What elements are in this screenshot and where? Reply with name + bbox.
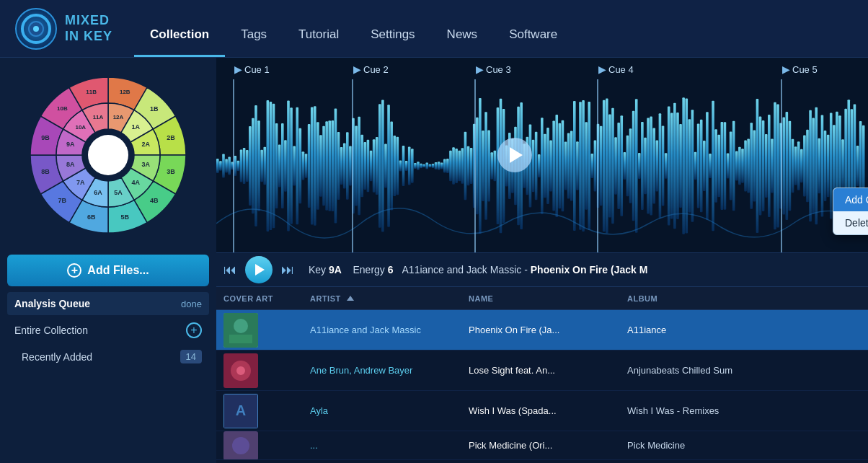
- cue-1-line: [233, 79, 234, 252]
- svg-rect-148: [567, 133, 570, 199]
- analysis-queue-label: Analysis Queue: [14, 298, 90, 309]
- svg-text:8A: 8A: [66, 161, 75, 168]
- add-files-button[interactable]: + Add Files...: [7, 255, 209, 286]
- svg-point-3: [33, 26, 39, 32]
- svg-rect-108: [449, 151, 452, 181]
- svg-rect-49: [275, 123, 278, 208]
- td-cover-0: [216, 313, 303, 348]
- svg-rect-135: [529, 125, 532, 208]
- svg-text:12A: 12A: [113, 114, 124, 120]
- table-row[interactable]: A Ayla Wish I Was (Spada... Wish I Was -…: [216, 391, 868, 431]
- svg-rect-63: [316, 122, 319, 210]
- cue-5-line: [781, 79, 782, 252]
- energy-label: Energy: [353, 264, 384, 275]
- th-album[interactable]: ALBUM: [620, 294, 779, 303]
- svg-rect-39: [246, 150, 249, 182]
- svg-text:1B: 1B: [150, 105, 159, 113]
- svg-rect-208: [744, 140, 747, 191]
- th-artist[interactable]: ARTIST: [303, 294, 461, 303]
- svg-rect-76: [355, 125, 358, 206]
- camelot-wheel[interactable]: 12B12A1B1A2B2A3B3A4B4A5B5A6B6A7B7A8B8A9B…: [22, 69, 195, 242]
- entire-collection-row[interactable]: Entire Collection +: [7, 317, 209, 344]
- svg-rect-197: [712, 101, 714, 231]
- waveform-area[interactable]: ▶Cue 1 ▶Cue 2 ▶Cue 3 ▶Cue 4 ▶Cue 5: [216, 58, 868, 252]
- cue-3-line: [474, 79, 476, 252]
- nav-software[interactable]: Software: [493, 0, 573, 57]
- recently-added-row[interactable]: Recently Added 14: [7, 344, 209, 369]
- svg-rect-232: [815, 107, 818, 224]
- nav-tutorial[interactable]: Tutorial: [283, 0, 355, 57]
- svg-rect-196: [709, 154, 712, 178]
- svg-rect-160: [603, 100, 606, 232]
- svg-rect-136: [532, 140, 535, 192]
- analysis-queue-row[interactable]: Analysis Queue done: [7, 292, 209, 315]
- svg-rect-212: [756, 99, 759, 233]
- svg-rect-174: [644, 138, 647, 195]
- th-name[interactable]: NAME: [461, 294, 620, 303]
- entire-collection-add-button[interactable]: +: [186, 322, 202, 338]
- svg-rect-85: [381, 100, 384, 232]
- svg-rect-107: [446, 159, 449, 173]
- svg-rect-80: [367, 140, 370, 193]
- context-menu-delete-cue[interactable]: Delete Cue 4: [833, 211, 868, 234]
- svg-rect-233: [818, 138, 821, 194]
- svg-rect-198: [714, 129, 717, 203]
- svg-rect-58: [302, 151, 305, 180]
- svg-rect-235: [824, 131, 827, 201]
- nav-tags[interactable]: Tags: [225, 0, 283, 57]
- svg-text:10B: 10B: [57, 105, 68, 112]
- svg-rect-236: [827, 135, 830, 198]
- skip-forward-button[interactable]: ⏭: [281, 263, 294, 278]
- svg-text:2A: 2A: [141, 141, 150, 148]
- cue-3-label: ▶Cue 3: [476, 63, 511, 75]
- svg-text:5B: 5B: [121, 213, 130, 221]
- svg-rect-186: [679, 124, 682, 208]
- svg-rect-120: [484, 112, 487, 220]
- analysis-queue-status: done: [181, 299, 202, 309]
- svg-rect-167: [624, 152, 626, 180]
- svg-rect-103: [435, 162, 438, 169]
- svg-rect-117: [476, 118, 479, 214]
- svg-text:6A: 6A: [94, 189, 102, 196]
- svg-rect-179: [659, 113, 662, 218]
- svg-text:10A: 10A: [75, 124, 86, 131]
- play-button[interactable]: [245, 256, 273, 283]
- svg-rect-54: [290, 107, 293, 224]
- table-row[interactable]: Ane Brun, Andrew Bayer Lose Sight feat. …: [216, 350, 868, 391]
- nav-settings[interactable]: Settings: [355, 0, 430, 57]
- svg-rect-68: [332, 120, 335, 211]
- svg-rect-89: [393, 136, 396, 196]
- waveform-play-button[interactable]: [497, 138, 532, 172]
- td-name-1: Lose Sight feat. An...: [461, 365, 620, 376]
- cue-2-line: [352, 79, 353, 252]
- td-name-2: Wish I Was (Spada...: [461, 405, 620, 416]
- cover-art-2: A: [223, 394, 258, 428]
- svg-rect-163: [611, 108, 614, 224]
- svg-rect-50: [278, 145, 281, 188]
- svg-rect-147: [564, 141, 567, 190]
- svg-rect-77: [358, 117, 360, 216]
- artist-sort-icon: [347, 296, 354, 301]
- table-row[interactable]: A11iance and Jack Massic Phoenix On Fire…: [216, 310, 868, 350]
- svg-rect-176: [650, 117, 652, 216]
- svg-rect-155: [588, 102, 590, 230]
- context-menu[interactable]: Add Cue Delete Cue 4: [833, 188, 868, 235]
- svg-rect-194: [703, 141, 706, 191]
- cue-4-label: ▶Cue 4: [598, 63, 634, 75]
- svg-rect-113: [464, 132, 467, 200]
- svg-rect-137: [535, 132, 538, 200]
- svg-rect-154: [585, 122, 588, 209]
- svg-rect-48: [273, 104, 275, 228]
- svg-rect-228: [803, 136, 806, 197]
- nav-news[interactable]: News: [431, 0, 494, 57]
- svg-rect-213: [759, 117, 762, 216]
- svg-rect-185: [676, 113, 679, 219]
- context-menu-add-cue[interactable]: Add Cue: [833, 188, 868, 211]
- svg-rect-53: [287, 101, 290, 232]
- td-cover-2: A: [216, 394, 303, 428]
- skip-back-button[interactable]: ⏮: [223, 263, 236, 278]
- nav-collection[interactable]: Collection: [134, 0, 225, 57]
- table-row[interactable]: ... Pick Medicine (Ori... Pick Medicine: [216, 431, 868, 460]
- svg-rect-203: [730, 131, 732, 200]
- svg-rect-101: [429, 164, 432, 167]
